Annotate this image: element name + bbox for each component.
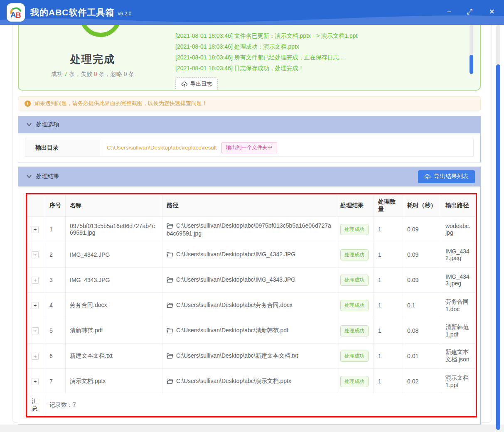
content-card: 处理完成 成功 7 条，失败 0 条，忽略 0 条 [2021-08-01 18… <box>12 25 492 423</box>
cell-path: C:\Users\sullivan\Desktop\abc\演示文档.pptx <box>162 369 336 394</box>
folder-icon[interactable] <box>167 223 173 230</box>
output-dir-value: C:\Users\sullivan\Desktop\abc\replace\re… <box>107 145 217 151</box>
export-result-list-button[interactable]: 导出结果列表 <box>418 170 475 183</box>
cell-time: 0.08 <box>403 318 441 344</box>
export-log-label: 导出日志 <box>190 80 212 88</box>
cell-output: wodeabc.jpg <box>441 217 476 242</box>
expand-row-button[interactable]: + <box>32 251 39 258</box>
cell-name: 新建文本文档.txt <box>66 344 162 369</box>
folder-icon[interactable] <box>167 328 173 335</box>
options-section-title: 处理选项 <box>36 121 59 128</box>
folder-icon[interactable] <box>167 252 173 259</box>
cell-count: 1 <box>374 318 403 344</box>
cell-name: IMG_4342.JPG <box>66 242 162 268</box>
table-header-row: 序号 名称 路径 处理结果 处理数量 耗时（秒） 输出路径 <box>27 195 476 217</box>
options-section: 处理选项 输出目录 C:\Users\sullivan\Desktop\abc\… <box>18 116 481 162</box>
cell-path: C:\Users\sullivan\Desktop\abc\劳务合同.docx <box>162 293 336 318</box>
cell-index: 3 <box>45 268 66 293</box>
cell-name: 清新韩范.pdf <box>66 318 162 344</box>
results-section-body: 序号 名称 路径 处理结果 处理数量 耗时（秒） 输出路径 + 1 <box>18 187 481 425</box>
export-log-button[interactable]: 导出日志 <box>175 77 218 91</box>
summary-value: 记录数：7 <box>45 394 476 416</box>
status-badge: 处理成功 <box>340 376 369 387</box>
cell-index: 7 <box>45 369 66 394</box>
cell-time: 0.09 <box>403 242 441 268</box>
maximize-icon[interactable]: ⤢ <box>467 8 472 15</box>
red-annotation-box: 序号 名称 路径 处理结果 处理数量 耗时（秒） 输出路径 + 1 <box>26 193 477 417</box>
cell-output: IMG_4342.jpeg <box>441 242 476 268</box>
path-text: C:\Users\sullivan\Desktop\abc\0975bf013c… <box>167 222 331 237</box>
cell-index: 4 <box>45 293 66 318</box>
cell-path: C:\Users\sullivan\Desktop\abc\新建文本文档.txt <box>162 344 336 369</box>
status-badge: 处理成功 <box>340 224 369 235</box>
results-section: 处理结果 导出结果列表 <box>18 167 481 425</box>
table-row: + 4 劳务合同.docx C:\Users\sullivan\Desktop\… <box>27 293 476 318</box>
folder-icon[interactable] <box>167 302 173 309</box>
cell-time: 0.09 <box>403 268 441 293</box>
log-line: [2021-08-01 18:03:46] 文件名已更新：演示文档.pptx -… <box>175 30 462 41</box>
col-time: 耗时（秒） <box>403 195 441 217</box>
expand-row-button[interactable]: + <box>32 277 39 284</box>
cell-output: IMG_4343.jpeg <box>441 268 476 293</box>
log-line: [2021-08-01 18:03:46] 日志保存成功，处理完成！ <box>175 63 462 74</box>
output-mode-tag: 输出到一个文件夹中 <box>221 142 278 153</box>
folder-icon[interactable] <box>167 277 173 284</box>
cell-index: 5 <box>45 318 66 344</box>
path-text: C:\Users\sullivan\Desktop\abc\IMG_4342.J… <box>176 251 295 258</box>
expand-row-button[interactable]: + <box>32 302 39 309</box>
output-dir-row: 输出目录 C:\Users\sullivan\Desktop\abc\repla… <box>25 139 474 157</box>
log-scrollbar-thumb[interactable] <box>470 55 473 74</box>
cell-name: IMG_4343.JPG <box>66 268 162 293</box>
window-scrollbar-thumb[interactable] <box>496 64 500 430</box>
options-section-body: 输出目录 C:\Users\sullivan\Desktop\abc\repla… <box>18 133 481 162</box>
col-path: 路径 <box>162 195 336 217</box>
table-row: + 1 0975bf013c5b5a16e06d727ab4c69591.jpg… <box>27 217 476 242</box>
cell-path: C:\Users\sullivan\Desktop\abc\IMG_4343.J… <box>162 268 336 293</box>
log-scrollbar <box>470 25 473 74</box>
chevron-down-icon <box>27 175 32 178</box>
table-row: + 5 清新韩范.pdf C:\Users\sullivan\Desktop\a… <box>27 318 476 344</box>
path-text: C:\Users\sullivan\Desktop\abc\清新韩范.pdf <box>176 327 288 334</box>
cell-time: 0.1 <box>403 293 441 318</box>
log-line: [2021-08-01 18:03:46] 处理成功：演示文档.pptx <box>175 41 462 52</box>
cell-name: 劳务合同.docx <box>66 293 162 318</box>
app-version: v6.2.0 <box>118 11 132 17</box>
cell-count: 1 <box>374 268 403 293</box>
expand-row-button[interactable]: + <box>32 353 39 360</box>
status-badge: 处理成功 <box>340 351 369 362</box>
table-row: + 3 IMG_4343.JPG C:\Users\sullivan\Deskt… <box>27 268 476 293</box>
path-text: C:\Users\sullivan\Desktop\abc\演示文档.pptx <box>176 378 291 384</box>
cell-count: 1 <box>374 293 403 318</box>
cell-output: 新建文本文档.json <box>441 344 476 369</box>
expand-row-button[interactable]: + <box>32 327 39 334</box>
status-badge: 处理成功 <box>340 300 369 311</box>
cell-path: C:\Users\sullivan\Desktop\abc\0975bf013c… <box>162 217 336 242</box>
window-scrollbar <box>496 25 500 430</box>
log-line: [2021-08-01 18:03:46] 所有文件都已经处理完成，正在保存日志… <box>175 52 462 63</box>
cell-name: 0975bf013c5b5a16e06d727ab4c69591.jpg <box>66 217 162 242</box>
cloud-export-icon <box>424 174 430 180</box>
page-bottom-strip <box>0 425 504 432</box>
export-result-list-label: 导出结果列表 <box>434 173 469 180</box>
col-index: 序号 <box>45 195 66 217</box>
folder-icon[interactable] <box>167 378 173 385</box>
success-summary: 处理完成 成功 7 条，失败 0 条，忽略 0 条 <box>19 25 167 90</box>
chevron-down-icon <box>27 123 32 126</box>
expand-row-button[interactable]: + <box>32 378 39 385</box>
cell-time: 0.01 <box>403 344 441 369</box>
folder-icon[interactable] <box>167 353 173 360</box>
results-section-header[interactable]: 处理结果 导出结果列表 <box>18 167 481 187</box>
success-circle-icon <box>80 25 121 37</box>
col-count: 处理数量 <box>374 195 403 217</box>
minimize-icon[interactable]: ─ <box>447 9 450 15</box>
expand-row-button[interactable]: + <box>32 226 39 233</box>
path-text: C:\Users\sullivan\Desktop\abc\劳务合同.docx <box>176 302 293 308</box>
options-section-header[interactable]: 处理选项 <box>18 116 481 133</box>
cell-name: 演示文档.pptx <box>66 369 162 394</box>
close-icon[interactable]: ✕ <box>489 8 495 15</box>
cell-count: 1 <box>374 369 403 394</box>
cell-path: C:\Users\sullivan\Desktop\abc\清新韩范.pdf <box>162 318 336 344</box>
summary-label: 汇总 <box>27 394 45 416</box>
path-text: C:\Users\sullivan\Desktop\abc\IMG_4343.J… <box>176 276 295 283</box>
log-panel: [2021-08-01 18:03:46] 文件名已更新：演示文档.pptx -… <box>167 25 480 90</box>
